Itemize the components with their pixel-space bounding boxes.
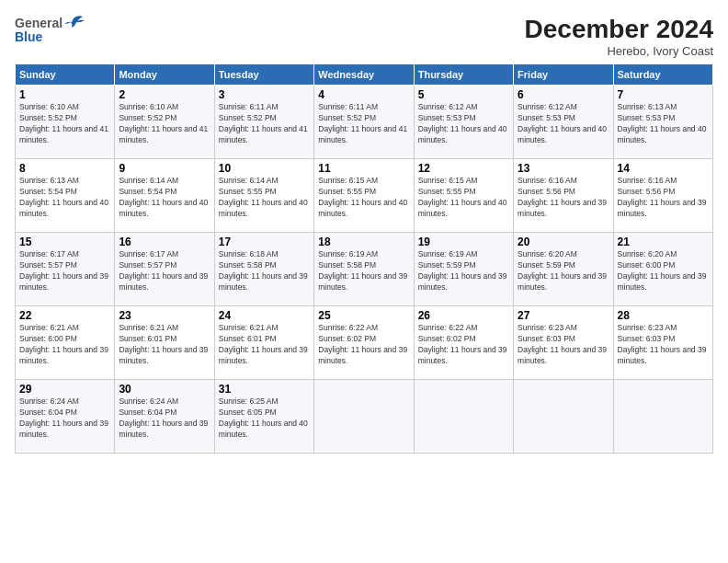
col-friday: Friday [514,64,613,86]
sunset-text: Sunset: 5:53 PM [418,113,509,124]
calendar-week-4: 22 Sunrise: 6:21 AM Sunset: 6:00 PM Dayl… [16,306,713,380]
daylight-text: Daylight: 11 hours and 41 minutes. [119,124,210,146]
sunset-text: Sunset: 5:55 PM [418,187,509,198]
daylight-text: Daylight: 11 hours and 39 minutes. [219,271,310,293]
sunrise-text: Sunrise: 6:22 AM [418,323,509,334]
sunrise-text: Sunrise: 6:24 AM [19,396,110,408]
day-number: 13 [518,162,609,175]
table-row: 18 Sunrise: 6:19 AM Sunset: 5:58 PM Dayl… [314,233,414,306]
sunrise-text: Sunrise: 6:21 AM [219,323,310,334]
sunset-text: Sunset: 5:59 PM [418,260,509,271]
table-row: 1 Sunrise: 6:10 AM Sunset: 5:52 PM Dayli… [16,86,115,159]
day-number: 11 [318,162,409,175]
daylight-text: Daylight: 11 hours and 39 minutes. [618,198,709,220]
day-info: Sunrise: 6:16 AM Sunset: 5:56 PM Dayligh… [518,176,609,220]
sunset-text: Sunset: 5:55 PM [318,187,409,198]
sunrise-text: Sunrise: 6:20 AM [518,249,609,260]
calendar-week-1: 1 Sunrise: 6:10 AM Sunset: 5:52 PM Dayli… [16,86,713,159]
day-info: Sunrise: 6:23 AM Sunset: 6:03 PM Dayligh… [518,323,609,367]
sunrise-text: Sunrise: 6:14 AM [119,176,210,187]
daylight-text: Daylight: 11 hours and 40 minutes. [318,198,409,220]
daylight-text: Daylight: 11 hours and 40 minutes. [19,198,110,220]
col-thursday: Thursday [414,64,513,86]
sunrise-text: Sunrise: 6:19 AM [318,249,409,260]
sunrise-text: Sunrise: 6:21 AM [19,323,110,334]
sunset-text: Sunset: 5:54 PM [119,187,210,198]
sunset-text: Sunset: 6:05 PM [219,408,310,419]
sunrise-text: Sunrise: 6:12 AM [418,102,509,113]
day-number: 25 [318,309,409,322]
day-info: Sunrise: 6:23 AM Sunset: 6:03 PM Dayligh… [618,323,709,367]
day-number: 14 [618,162,709,175]
day-number: 6 [518,88,609,101]
table-row: 2 Sunrise: 6:10 AM Sunset: 5:52 PM Dayli… [115,86,214,159]
day-info: Sunrise: 6:11 AM Sunset: 5:52 PM Dayligh… [219,102,310,146]
day-info: Sunrise: 6:14 AM Sunset: 5:54 PM Dayligh… [119,176,210,220]
day-info: Sunrise: 6:19 AM Sunset: 5:59 PM Dayligh… [418,249,509,293]
day-number: 16 [119,236,210,248]
daylight-text: Daylight: 11 hours and 39 minutes. [19,419,110,441]
logo-bird-icon [64,15,85,31]
sunset-text: Sunset: 5:52 PM [318,113,409,124]
day-info: Sunrise: 6:21 AM Sunset: 6:00 PM Dayligh… [19,323,110,367]
calendar-header-row: Sunday Monday Tuesday Wednesday Thursday… [16,64,713,86]
sunrise-text: Sunrise: 6:15 AM [418,176,509,187]
sunrise-text: Sunrise: 6:18 AM [219,249,310,260]
sunset-text: Sunset: 5:53 PM [618,113,709,124]
sunrise-text: Sunrise: 6:13 AM [19,176,110,187]
table-row [514,380,613,454]
sunset-text: Sunset: 5:52 PM [19,113,110,124]
sunset-text: Sunset: 5:59 PM [518,260,609,271]
day-info: Sunrise: 6:15 AM Sunset: 5:55 PM Dayligh… [418,176,509,220]
table-row: 16 Sunrise: 6:17 AM Sunset: 5:57 PM Dayl… [115,233,214,306]
day-number: 9 [119,162,210,175]
daylight-text: Daylight: 11 hours and 40 minutes. [119,198,210,220]
day-info: Sunrise: 6:11 AM Sunset: 5:52 PM Dayligh… [318,102,409,146]
daylight-text: Daylight: 11 hours and 39 minutes. [518,198,609,220]
sunset-text: Sunset: 6:03 PM [518,334,609,345]
sunset-text: Sunset: 5:58 PM [219,260,310,271]
day-info: Sunrise: 6:18 AM Sunset: 5:58 PM Dayligh… [219,249,310,293]
table-row: 5 Sunrise: 6:12 AM Sunset: 5:53 PM Dayli… [414,86,513,159]
sunrise-text: Sunrise: 6:22 AM [318,323,409,334]
day-number: 5 [418,88,509,101]
table-row: 9 Sunrise: 6:14 AM Sunset: 5:54 PM Dayli… [115,159,214,233]
day-number: 1 [19,88,110,101]
col-sunday: Sunday [16,64,115,86]
daylight-text: Daylight: 11 hours and 40 minutes. [418,124,509,146]
daylight-text: Daylight: 11 hours and 39 minutes. [119,271,210,293]
day-info: Sunrise: 6:21 AM Sunset: 6:01 PM Dayligh… [119,323,210,367]
daylight-text: Daylight: 11 hours and 39 minutes. [618,345,709,367]
day-number: 24 [219,309,310,322]
table-row: 26 Sunrise: 6:22 AM Sunset: 6:02 PM Dayl… [414,306,513,380]
table-row: 24 Sunrise: 6:21 AM Sunset: 6:01 PM Dayl… [214,306,313,380]
sunrise-text: Sunrise: 6:16 AM [618,176,709,187]
table-row: 7 Sunrise: 6:13 AM Sunset: 5:53 PM Dayli… [613,86,712,159]
sunset-text: Sunset: 6:02 PM [318,334,409,345]
table-row [613,380,712,454]
sunrise-text: Sunrise: 6:14 AM [219,176,310,187]
day-info: Sunrise: 6:12 AM Sunset: 5:53 PM Dayligh… [418,102,509,146]
day-number: 30 [119,383,210,396]
main-title: December 2024 [525,15,713,44]
sunrise-text: Sunrise: 6:17 AM [119,249,210,260]
day-number: 18 [318,236,409,248]
daylight-text: Daylight: 11 hours and 39 minutes. [19,345,110,367]
calendar-table: Sunday Monday Tuesday Wednesday Thursday… [15,63,713,454]
day-info: Sunrise: 6:14 AM Sunset: 5:55 PM Dayligh… [219,176,310,220]
sunset-text: Sunset: 5:58 PM [318,260,409,271]
col-wednesday: Wednesday [314,64,414,86]
day-number: 15 [19,236,110,248]
table-row [414,380,513,454]
daylight-text: Daylight: 11 hours and 39 minutes. [418,271,509,293]
table-row: 6 Sunrise: 6:12 AM Sunset: 5:53 PM Dayli… [514,86,613,159]
day-info: Sunrise: 6:13 AM Sunset: 5:53 PM Dayligh… [618,102,709,146]
sunrise-text: Sunrise: 6:12 AM [518,102,609,113]
day-info: Sunrise: 6:15 AM Sunset: 5:55 PM Dayligh… [318,176,409,220]
day-info: Sunrise: 6:22 AM Sunset: 6:02 PM Dayligh… [318,323,409,367]
calendar-week-3: 15 Sunrise: 6:17 AM Sunset: 5:57 PM Dayl… [16,233,713,306]
table-row: 12 Sunrise: 6:15 AM Sunset: 5:55 PM Dayl… [414,159,513,233]
daylight-text: Daylight: 11 hours and 40 minutes. [219,198,310,220]
sunrise-text: Sunrise: 6:19 AM [418,249,509,260]
day-number: 2 [119,88,210,101]
